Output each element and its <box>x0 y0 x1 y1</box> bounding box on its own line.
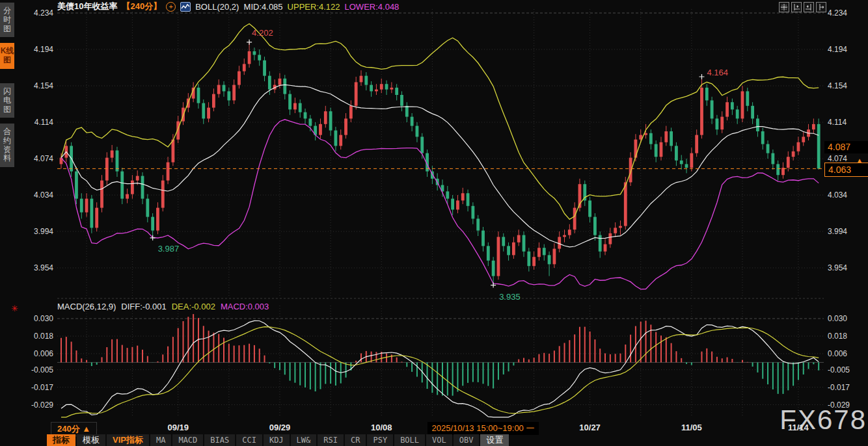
svg-text:4.202: 4.202 <box>252 28 273 38</box>
macd-series <box>57 314 824 417</box>
indicator-menu-bar: 指标模板VIP指标MAMACDBIASCCIKDJLW&RSICRPSYBOLL… <box>47 434 509 446</box>
menu-item-KDJ[interactable]: KDJ <box>264 434 290 446</box>
menu-item-MACD[interactable]: MACD <box>172 434 203 446</box>
menu-item-BOLL[interactable]: BOLL <box>394 434 425 446</box>
menu-item-MA[interactable]: MA <box>150 434 171 446</box>
menu-item-PSY[interactable]: PSY <box>367 434 393 446</box>
menu-item-RSI[interactable]: RSI <box>318 434 344 446</box>
price-up-triangle-icon: ▲ <box>856 157 863 164</box>
menu-item-VOL[interactable]: VOL <box>426 434 452 446</box>
menu-item-模板[interactable]: 模板 <box>77 434 105 446</box>
menu-item-VIP指标[interactable]: VIP指标 <box>107 434 149 446</box>
hovered-candle-date-label: 2025/10/13 15:00~19:00 一 <box>427 422 539 435</box>
crosshair-price-label: 4.087 <box>824 141 868 153</box>
menu-item-CCI[interactable]: CCI <box>236 434 262 446</box>
svg-text:3.935: 3.935 <box>499 292 521 302</box>
menu-item-OBV[interactable]: OBV <box>454 434 480 446</box>
menu-item-指标[interactable]: 指标 <box>47 434 75 446</box>
date-axis-label: 09/19 <box>167 423 189 432</box>
chart-plot-area[interactable]: 4.2023.9874.1643.935 <box>0 0 868 446</box>
last-price-label: 4.063 <box>824 163 868 177</box>
svg-text:3.987: 3.987 <box>158 244 180 254</box>
svg-text:4.164: 4.164 <box>707 68 728 77</box>
date-axis-label: 10/08 <box>371 423 392 432</box>
extreme-annotations: 4.2023.9874.1643.935 <box>150 28 728 302</box>
menu-item-设置[interactable]: 设置 <box>480 434 509 446</box>
menu-item-BIAS[interactable]: BIAS <box>204 434 235 446</box>
chart-application-window: 分时图 K线图 闪电图 合约资料 美债10年收益率 【240分】 + BOLL(… <box>0 0 868 446</box>
date-axis-label: 10/27 <box>579 423 601 432</box>
menu-item-CR[interactable]: CR <box>345 434 366 446</box>
date-axis-label: 11/05 <box>681 423 702 432</box>
fx678-watermark: FX678 <box>780 404 867 436</box>
date-axis-label: 09/29 <box>269 423 291 432</box>
menu-item-LW&[interactable]: LW& <box>291 434 317 446</box>
